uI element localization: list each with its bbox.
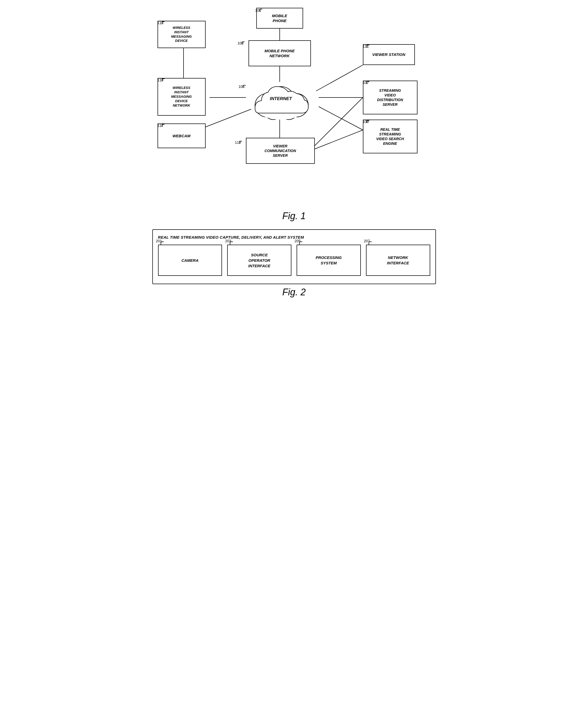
streaming-video-box: STREAMING VIDEO DISTRIBUTION SERVER <box>363 80 417 114</box>
svg-line-2 <box>316 65 363 91</box>
svg-line-10 <box>313 98 363 147</box>
wireless-im-device-label: WIRELESS INSTANT MESSAGING DEVICE <box>171 26 191 44</box>
webcam-box: WEBCAM <box>158 123 205 148</box>
viewer-comm-server-label: VIEWER COMMUNICATION SERVER <box>264 144 296 158</box>
real-time-search-box: REAL TIME STREAMING VIDEO SEARCH ENGINE <box>363 120 417 154</box>
wireless-im-network-box: WIRELESS INSTANT MESSAGING DEVICE NETWOR… <box>158 78 205 116</box>
svg-line-9 <box>313 130 363 150</box>
processing-system-label: PROCESSING SYSTEM <box>315 255 342 266</box>
wireless-im-network-label: WIRELESS INSTANT MESSAGING DEVICE NETWOR… <box>171 86 191 108</box>
fig2-title: REAL TIME STREAMING VIDEO CAPTURE, DELIV… <box>158 235 430 239</box>
camera-item: 201 CAMERA <box>158 245 222 276</box>
real-time-search-label: REAL TIME STREAMING VIDEO SEARCH ENGINE <box>376 127 404 146</box>
source-operator-item: 203 SOURCE OPERATOR INTERFACE <box>227 245 291 276</box>
streaming-video-label: STREAMING VIDEO DISTRIBUTION SERVER <box>377 88 403 107</box>
source-operator-box: SOURCE OPERATOR INTERFACE <box>227 245 291 276</box>
camera-box: CAMERA <box>158 245 222 276</box>
figure-2: REAL TIME STREAMING VIDEO CAPTURE, DELIV… <box>152 229 436 298</box>
source-operator-label: SOURCE OPERATOR INTERFACE <box>248 252 270 269</box>
fig1-label: Fig. 1 <box>152 211 436 222</box>
network-interface-box: NETWORK INTERFACE <box>366 245 430 276</box>
figure-1: MOBILE PHONE 101 MOBILE PHONE NETWORK 10… <box>152 5 436 222</box>
camera-label: CAMERA <box>181 258 198 263</box>
webcam-label: WEBCAM <box>172 133 190 138</box>
internet-label: INTERNET <box>270 96 292 101</box>
mobile-phone-label: MOBILE PHONE <box>272 13 287 23</box>
mobile-phone-network-label: MOBILE PHONE NETWORK <box>264 48 295 58</box>
processing-system-box: PROCESSING SYSTEM <box>297 245 361 276</box>
svg-line-4 <box>319 107 363 130</box>
viewer-station-box: VIEWER STATION <box>363 44 415 65</box>
network-interface-label: NETWORK INTERFACE <box>387 255 409 266</box>
processing-system-item: 205 PROCESSING SYSTEM <box>297 245 361 276</box>
mobile-phone-network-box: MOBILE PHONE NETWORK <box>248 40 311 66</box>
viewer-station-label: VIEWER STATION <box>372 52 405 57</box>
network-interface-item: 207 NETWORK INTERFACE <box>366 245 430 276</box>
wireless-im-device-box: WIRELESS INSTANT MESSAGING DEVICE <box>158 21 205 48</box>
svg-line-7 <box>198 109 251 130</box>
viewer-comm-server-box: VIEWER COMMUNICATION SERVER <box>246 138 315 164</box>
fig2-label: Fig. 2 <box>152 287 436 298</box>
